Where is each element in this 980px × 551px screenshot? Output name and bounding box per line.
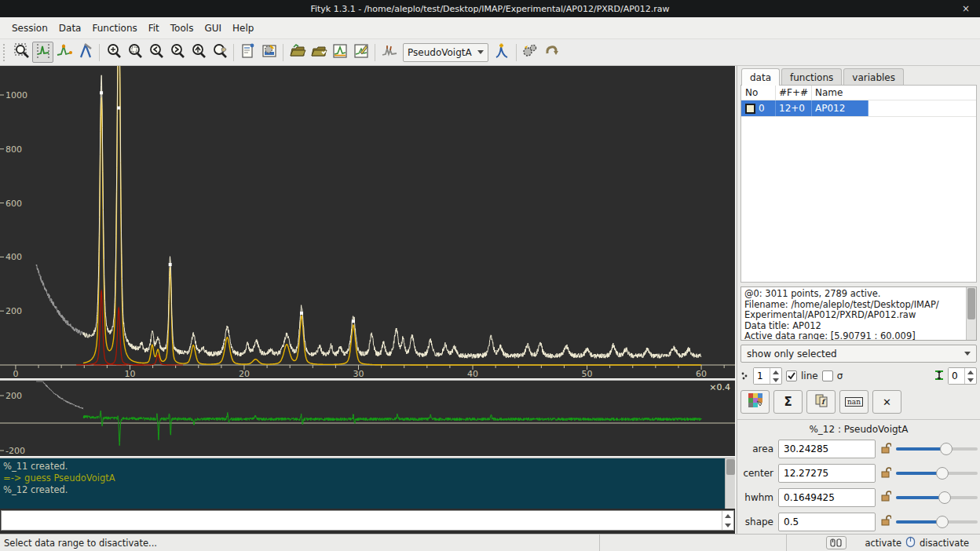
output-console: %_11 created. =-> guess PseudoVoigtA %_1… [0, 458, 735, 509]
menu-help[interactable]: Help [227, 20, 259, 37]
param-hwhm-input[interactable] [778, 488, 876, 507]
main-plot[interactable]: 01020304050602004006008001000 [0, 66, 735, 378]
param-shape-input[interactable] [778, 513, 876, 531]
history-up-icon[interactable] [722, 511, 733, 520]
zoom-all-button[interactable] [103, 42, 124, 63]
grid-header-name[interactable]: Name [812, 86, 868, 100]
status-middle [600, 535, 787, 551]
history-down-icon[interactable] [722, 520, 733, 530]
command-input[interactable] [2, 511, 722, 530]
nan-label: nan [845, 397, 863, 407]
delete-x-label: ✕ [883, 396, 891, 408]
set-nan-button[interactable]: nan [839, 390, 868, 414]
table-row[interactable]: 0 12+0 AP012 [741, 100, 976, 117]
zoom-mode-icon [13, 42, 31, 63]
add-peak-mode-button[interactable] [53, 42, 75, 63]
data-range-mode-button[interactable] [32, 42, 53, 63]
window-title: Fityk 1.3.1 - /home/aleplo/test/Desktop/… [310, 4, 669, 14]
zoom-out-button[interactable] [166, 42, 188, 63]
function-type-value: PseudoVoigtA [408, 47, 472, 58]
delete-button[interactable]: ✕ [872, 390, 901, 414]
zoom-previous-button[interactable] [145, 42, 166, 63]
console-scrollbar[interactable] [725, 458, 735, 509]
zoom-vertical-button[interactable] [188, 42, 209, 63]
shift-input[interactable] [949, 368, 964, 384]
add-point-mode-button[interactable] [75, 42, 96, 63]
grid-header-no[interactable]: No [741, 86, 776, 100]
tab-variables[interactable]: variables [843, 68, 904, 86]
open-folder-icon [289, 42, 306, 63]
menu-data[interactable]: Data [53, 20, 87, 37]
data-summary-button[interactable] [329, 42, 350, 63]
command-history-spinner[interactable] [722, 511, 733, 530]
menu-fit[interactable]: Fit [143, 20, 165, 37]
show-filter-dropdown[interactable]: show only selected [740, 345, 977, 363]
color-gradient-button[interactable] [740, 390, 770, 414]
point-size-spinbox[interactable] [753, 367, 782, 385]
tab-functions[interactable]: functions [781, 68, 842, 86]
param-area-input[interactable] [778, 440, 876, 458]
line-checkbox[interactable] [786, 370, 797, 381]
load-data-custom-button[interactable] [308, 42, 329, 63]
auxiliary-plot[interactable]: 200-200 [0, 381, 735, 456]
zoom-all-icon [105, 42, 122, 63]
find-peaks-button[interactable] [378, 42, 400, 63]
info-line: Active data range: [5.90791 : 60.009] [744, 331, 964, 341]
plot-pencil-icon [353, 42, 370, 63]
add-function-button[interactable] [492, 42, 513, 63]
zoom-selection-button[interactable] [124, 42, 145, 63]
param-shape-slider[interactable] [896, 515, 978, 529]
sum-button[interactable]: Σ [773, 390, 803, 414]
copy-functions-button[interactable]: f [806, 390, 836, 414]
add-point-mode-icon [77, 42, 94, 63]
dataset-checkbox[interactable] [745, 104, 755, 114]
lock-open-icon [880, 514, 891, 529]
sigma-checkbox[interactable] [822, 370, 833, 381]
zoom-mode-button[interactable] [11, 42, 32, 63]
info-line: Filename: /home/aleplo/test/Desktop/IMAP… [744, 300, 964, 311]
param-center-slider[interactable] [896, 466, 978, 480]
data-editor-button[interactable] [350, 42, 371, 63]
info-scrollbar[interactable] [966, 287, 976, 340]
point-size-input[interactable] [754, 368, 770, 384]
svg-text:400: 400 [5, 252, 22, 262]
gui-config-button[interactable] [258, 42, 280, 63]
toolbar-grip [3, 44, 9, 61]
param-area-slider[interactable] [896, 442, 978, 456]
mouse-hint-button[interactable] [826, 536, 847, 549]
function-type-dropdown[interactable]: PseudoVoigtA [403, 43, 488, 62]
show-info-button[interactable] [237, 42, 258, 63]
toolbar-separator [99, 44, 100, 61]
undo-zoom-button[interactable] [209, 42, 230, 63]
console-scrollbar-thumb[interactable] [726, 459, 735, 475]
run-fit-button[interactable] [520, 42, 541, 63]
activate-label: activate [865, 538, 901, 549]
menu-gui[interactable]: GUI [199, 20, 227, 37]
load-data-button[interactable] [287, 42, 308, 63]
svg-text:30: 30 [353, 369, 364, 378]
menu-functions[interactable]: Functions [86, 20, 142, 37]
param-label: center [740, 468, 773, 479]
zoom-selection-icon [126, 42, 144, 63]
panel-divider [737, 419, 980, 420]
undo-zoom-icon [211, 42, 229, 63]
sigma-sum-label: Σ [784, 395, 792, 409]
grid-header-f[interactable]: #F+# [776, 86, 812, 100]
show-filter-value: show only selected [747, 348, 837, 359]
zoom-vertical-icon [190, 42, 207, 63]
svg-text:60: 60 [696, 369, 707, 378]
info-scrollbar-thumb[interactable] [967, 288, 975, 319]
menu-tools[interactable]: Tools [165, 20, 199, 37]
tab-data[interactable]: data [741, 68, 780, 86]
chevron-down-icon [964, 352, 971, 356]
main-content: 01020304050602004006008001000 200-200 ×0… [0, 66, 980, 534]
svg-text:200: 200 [5, 306, 22, 316]
close-window-button[interactable]: × [959, 0, 973, 17]
param-hwhm-slider[interactable] [896, 491, 978, 505]
menu-session[interactable]: Session [6, 20, 53, 37]
auxiliary-plot-wrap: 200-200 ×0.4 [0, 381, 735, 456]
shift-spinbox[interactable] [948, 367, 977, 385]
command-row [1, 510, 734, 531]
param-center-input[interactable] [778, 464, 876, 483]
continue-fit-button[interactable] [541, 42, 562, 63]
